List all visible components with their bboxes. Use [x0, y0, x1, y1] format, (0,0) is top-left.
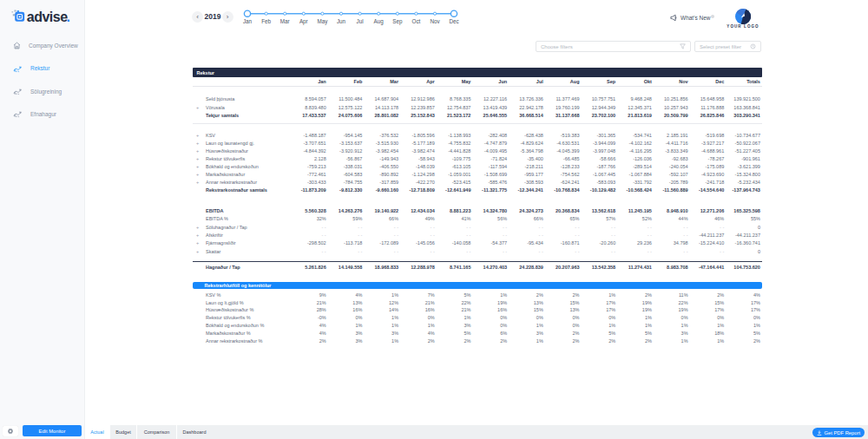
svg-text:Aug: Aug	[374, 18, 385, 25]
svg-text:May: May	[317, 18, 328, 25]
svg-text:Oct: Oct	[412, 18, 421, 24]
svg-text:Feb: Feb	[261, 18, 271, 24]
svg-text:Jan: Jan	[243, 18, 253, 24]
svg-text:Sep: Sep	[392, 18, 403, 25]
svg-text:Jun: Jun	[337, 18, 346, 24]
svg-text:Mar: Mar	[280, 18, 290, 24]
svg-text:Dec: Dec	[449, 18, 458, 24]
svg-text:advise: advise	[27, 10, 68, 23]
svg-text:Apr: Apr	[299, 18, 308, 25]
svg-text:Jul: Jul	[357, 18, 364, 24]
svg-text:Nov: Nov	[430, 18, 440, 24]
svg-text:.: .	[67, 10, 70, 23]
